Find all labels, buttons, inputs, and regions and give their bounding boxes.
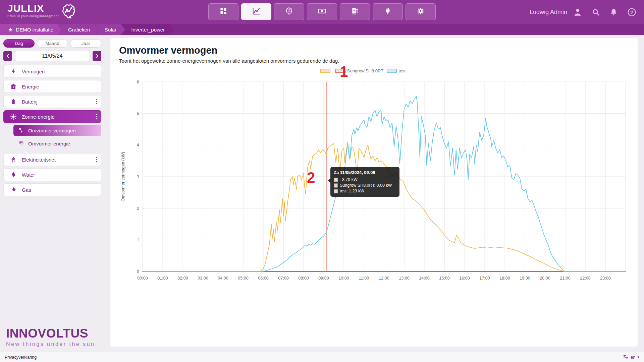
tab-jaar[interactable]: Jaar [70, 39, 101, 48]
star-icon: ★ [8, 26, 13, 33]
sidebar-item-label: Zonne-energie [22, 114, 55, 120]
svg-text:07:00: 07:00 [278, 276, 288, 281]
submenu-item-omvormer-energie[interactable]: Omvormer energie [13, 138, 101, 149]
gear-icon [416, 7, 425, 17]
page-subtitle: Toont het opgewekte zonne-energievermoge… [119, 58, 629, 64]
chart-card: Omvormer vermogen Toont het opgewekte zo… [110, 38, 638, 347]
sidebar-item-water[interactable]: Water [3, 168, 101, 181]
svg-text:Omvormer vermogen (kW): Omvormer vermogen (kW) [121, 152, 125, 201]
tooltip-swatch-blue [334, 189, 338, 193]
kebab-menu-icon[interactable] [96, 157, 98, 163]
svg-text:11:00: 11:00 [359, 276, 369, 281]
breadcrumb-grafieken[interactable]: Grafieken [58, 24, 99, 35]
logo-subtitle: Brain of your energymanagment [7, 14, 59, 18]
svg-text:22:00: 22:00 [580, 276, 590, 281]
top-navigation [208, 3, 436, 20]
submenu-item-label: Omvormer vermogen [28, 128, 76, 133]
chart-plot-area[interactable]: 012345600:0001:0002:0003:0004:0005:0006:… [119, 77, 632, 293]
nav-charts-tile[interactable] [241, 3, 271, 20]
svg-text:1: 1 [137, 238, 139, 242]
innovoltus-logo: INNOVOLTUS [6, 327, 99, 340]
nav-costs-tile[interactable] [307, 3, 337, 20]
user-icon[interactable] [573, 7, 583, 17]
submenu-item-omvormer-vermogen[interactable]: Omvormer vermogen [13, 125, 101, 136]
sidebar-item-elektriciteitsnet[interactable]: Elektriciteitsnet [3, 153, 101, 166]
sidebar-item-zonne-energie[interactable]: Zonne-energie [3, 110, 101, 123]
user-name[interactable]: Ludwig Admin [530, 9, 567, 16]
bell-icon[interactable] [609, 8, 618, 17]
header: JULLIX Brain of your energymanagment [0, 0, 644, 24]
sidebar-item-label: Elektriciteitsnet [22, 157, 56, 163]
nav-ev-tile[interactable] [340, 3, 370, 20]
sidebar: Dag Maand Jaar Vermogen [0, 35, 105, 352]
user-area: Ludwig Admin [530, 7, 637, 17]
tab-label: Dag [15, 41, 23, 46]
breadcrumb-label: Solar [105, 27, 116, 33]
language-selector[interactable]: en ▾ [623, 354, 639, 361]
svg-text:01:00: 01:00 [157, 276, 168, 281]
jullix-logo: JULLIX Brain of your energymanagment [7, 3, 79, 21]
breadcrumb-solar[interactable]: Solar [95, 24, 125, 35]
tab-maand[interactable]: Maand [37, 39, 68, 48]
nav-ai-tile[interactable] [274, 3, 304, 20]
next-day-button[interactable] [93, 51, 101, 61]
nav-plug-tile[interactable] [373, 3, 403, 20]
app-root: JULLIX Brain of your energymanagment [0, 0, 644, 362]
water-drop-icon [8, 171, 18, 178]
breadcrumb-label: Grafieken [68, 27, 90, 33]
svg-text:10:00: 10:00 [338, 276, 349, 281]
sidebar-item-label: Gas [22, 187, 31, 193]
svg-text:02:00: 02:00 [177, 276, 188, 281]
plug-icon [383, 7, 392, 17]
breadcrumb: ★ DEMO installatie Grafieken Solar Inver… [0, 24, 644, 35]
privacy-link[interactable]: Privacyverklaring [5, 355, 37, 360]
tooltip-value: : 3.70 kW [340, 177, 358, 182]
svg-text:23:00: 23:00 [600, 276, 610, 281]
house-energy-icon [8, 83, 18, 90]
kebab-menu-icon[interactable] [96, 99, 98, 105]
svg-text:3: 3 [137, 175, 139, 179]
solar-panel-icon [17, 140, 25, 146]
svg-text:03:00: 03:00 [198, 276, 208, 281]
date-input[interactable] [15, 51, 90, 61]
kebab-menu-icon[interactable] [96, 114, 98, 120]
legend-item-test[interactable]: test [387, 68, 406, 73]
svg-text:06:00: 06:00 [258, 276, 268, 281]
sidebar-item-gas[interactable]: Gas [3, 183, 101, 196]
sidebar-item-batterij[interactable]: Batterij [3, 95, 101, 108]
zonne-energie-submenu: Omvormer vermogen Omvormer energie [3, 125, 101, 151]
charging-station-icon [351, 7, 359, 17]
tooltip-swatch-yellow [334, 178, 338, 182]
tab-dag[interactable]: Dag [3, 39, 35, 48]
tooltip-value: test: 1.23 kW [340, 189, 364, 193]
flame-icon [8, 186, 18, 193]
svg-text:21:00: 21:00 [560, 276, 570, 281]
sidebar-item-vermogen[interactable]: Vermogen [3, 65, 101, 78]
svg-text:13:00: 13:00 [399, 276, 409, 281]
brain-icon [285, 7, 293, 17]
nav-dashboard-tile[interactable] [208, 3, 238, 20]
sidebar-item-energie[interactable]: Energie [3, 80, 101, 93]
svg-text:4: 4 [137, 143, 139, 147]
tab-label: Jaar [82, 41, 90, 46]
tooltip-header: Za 11/05/2024, 09:08 [334, 170, 395, 175]
svg-text:18:00: 18:00 [499, 276, 510, 281]
svg-text:0: 0 [137, 269, 139, 274]
legend-swatch-yellow [320, 69, 330, 73]
tooltip-row: test: 1.23 kW [334, 189, 395, 193]
prev-day-button[interactable] [3, 51, 12, 61]
legend-item-unnamed[interactable] [320, 69, 332, 73]
svg-text:15:00: 15:00 [439, 276, 449, 281]
legend-label: test [398, 68, 406, 73]
nav-settings-tile[interactable] [406, 3, 436, 20]
tab-label: Maand [45, 41, 59, 46]
breadcrumb-inverter-power[interactable]: Inverter_power [121, 24, 173, 35]
date-navigation [3, 51, 101, 61]
search-icon[interactable] [591, 8, 600, 17]
innovoltus-branding: INNOVOLTUS New things under the sun [3, 327, 101, 352]
breadcrumb-installation[interactable]: ★ DEMO installatie [0, 24, 62, 35]
svg-text:16:00: 16:00 [459, 276, 470, 281]
brain-logo-icon [60, 3, 79, 21]
help-icon[interactable]: ? [627, 7, 637, 17]
svg-text:00:00: 00:00 [137, 276, 148, 281]
